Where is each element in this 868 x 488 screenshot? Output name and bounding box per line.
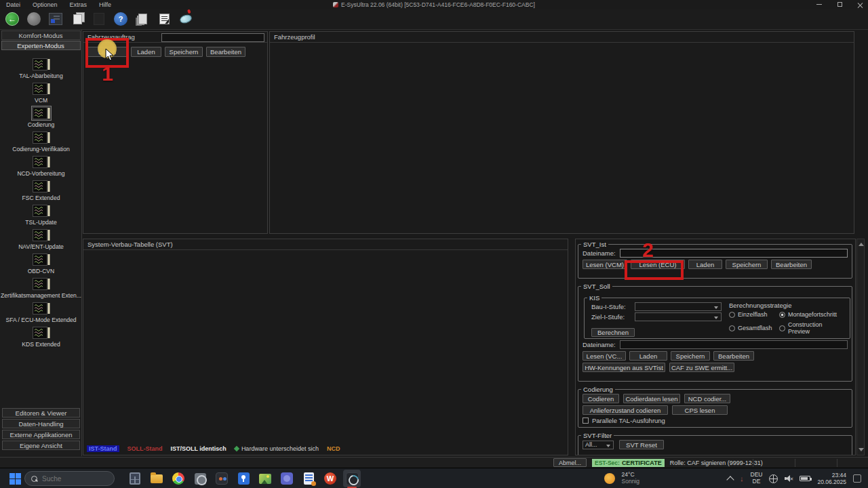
taskbar-chrome-icon[interactable] [170,470,187,487]
start-button[interactable] [9,473,21,485]
reports-icon[interactable] [134,11,151,27]
sidebar-item-zertifikatsmanagement[interactable]: Zertifikatsmanagement Exten... [0,275,82,300]
sidebar-item-tal-abarbeitung[interactable]: TAL-Abarbeitung [0,56,82,80]
cps-lesen-button[interactable]: CPS lesen [672,405,728,415]
fahrzeugauftrag-input[interactable] [161,33,264,42]
sidebar-item-obd-cvn[interactable]: OBD-CVN [0,251,82,275]
module-icon [31,277,52,291]
radio-einzelflash[interactable]: Einzelflash [729,311,779,318]
svt-soll-speichern-button[interactable]: Speichern [671,351,710,361]
svt-ist-dateiname-input[interactable] [620,249,848,258]
taskbar-explorer-icon[interactable] [148,470,165,487]
module-icon [31,301,52,316]
clock[interactable]: 23:44 20.06.2025 [817,472,846,485]
ziel-i-stufe-dropdown[interactable] [635,312,722,321]
sidebar-item-tsl-update[interactable]: TSL-Update [0,202,82,226]
svt-filter-dropdown[interactable]: All... [583,441,614,449]
radio-montagefortschritt[interactable]: Montagefortschritt [779,311,846,318]
menu-hilfe[interactable]: Hilfe [93,0,117,9]
bau-i-stufe-dropdown[interactable] [635,302,722,311]
taskbar-teams-icon[interactable] [278,470,296,487]
taskbar-esys-icon-active[interactable] [343,470,361,487]
taskbar-search[interactable] [24,471,115,486]
ncd-codieren-button[interactable]: NCD codier... [684,394,730,403]
svt-ist-title: SVT_Ist [581,241,608,248]
search-icon [31,476,37,482]
sidebar-externe-applikationen-button[interactable]: Externe Applikationen [2,430,80,439]
parallele-tal-checkbox[interactable] [583,418,589,424]
sidebar-item-label: TAL-Abarbeitung [19,73,62,79]
codieren-button[interactable]: Codieren [583,394,619,403]
svt-ist-lesen-vcm-button[interactable]: Lesen (VCM) [583,260,627,269]
sidebar-item-codierung-verifikation[interactable]: Codierung-Verifikation [0,129,82,153]
sidebar-experten-modus-button[interactable]: Experten-Modus [1,41,81,50]
svt-soll-laden-button[interactable]: Laden [629,351,667,361]
anlieferzustand-codieren-button[interactable]: Anlieferzustand codieren [583,405,668,415]
sidebar-item-nav-ent-update[interactable]: NAV/ENT-Update [0,226,82,251]
scroll-down-icon[interactable] [859,448,864,453]
weather-sun-icon[interactable] [604,473,615,484]
notification-icon[interactable] [853,474,861,483]
scroll-up-icon[interactable] [859,241,864,246]
sidebar-item-codierung[interactable]: Codierung [0,104,82,129]
sidebar-daten-handling-button[interactable]: Daten-Handling [2,419,80,428]
sidebar-item-vcm[interactable]: VCM [0,80,82,104]
download-icon[interactable]: ↓ [740,474,744,483]
menu-extras[interactable]: Extras [64,0,94,9]
search-input[interactable] [42,475,103,483]
module-icon [31,252,52,267]
codierdaten-lesen-button[interactable]: Codierdaten lesen [623,394,680,403]
taskbar-photos-icon[interactable] [256,470,274,487]
sidebar-editoren-viewer-button[interactable]: Editoren & Viewer [2,408,80,418]
back-icon[interactable]: ← [4,11,20,27]
taskbar-winrar-icon[interactable]: W [321,470,339,487]
caf-zu-swe-button[interactable]: CAF zu SWE ermitt... [669,363,734,372]
sidebar-item-sfa-ecu-mode[interactable]: SFA / ECU-Mode Extended [0,300,82,324]
copy-icon[interactable] [69,11,85,27]
fa-laden-button[interactable]: Laden [131,47,161,57]
svt-soll-lesen-vcm-button[interactable]: Lesen (VC... [583,351,626,361]
stop-icon[interactable] [26,11,42,27]
close-button[interactable] [854,1,865,8]
editor-icon[interactable] [156,11,172,27]
volume-muted-icon[interactable]: ✕ [785,475,793,482]
svt-ist-laden-button[interactable]: Laden [688,260,722,269]
radio-gesamtflash[interactable]: Gesamtflash [729,321,779,335]
sidebar-item-fsc-extended[interactable]: FSC Extended [0,178,82,202]
language-switcher[interactable]: DEU DE [751,472,763,485]
menu-datei[interactable]: Datei [0,0,26,9]
sidebar-komfort-modus-button[interactable]: Komfort-Modus [1,30,81,40]
minimize-button[interactable] [814,1,825,8]
sidebar-item-kds-extended[interactable]: KDS Extended [0,324,82,348]
svt-reset-button[interactable]: SVT Reset [619,440,664,449]
berechnen-button[interactable]: Berechnen [591,328,635,337]
hotplug-mouse-icon[interactable] [178,11,194,27]
taskbar-resolve-icon[interactable] [213,470,231,487]
weather-widget[interactable]: 24°C Sonnig [622,472,639,485]
taskbar-calculator-icon[interactable] [126,470,144,487]
sidebar-item-label: NCD-Vorbereitung [17,170,64,177]
network-icon[interactable] [769,474,778,483]
hw-kennungen-button[interactable]: HW-Kennungen aus SVTist [583,363,665,372]
battery-icon[interactable] [800,476,810,481]
taskbar-tool-icon[interactable] [191,470,209,487]
svt-soll-group: SVT_Soll KIS Bau-I-Stufe: Ziel-I-Stufe: … [578,283,852,382]
abmelden-button[interactable]: Abmel... [553,458,587,467]
radio-construction-preview[interactable]: Construction Preview [779,321,846,335]
svt-soll-bearbeiten-button[interactable]: Bearbeiten [713,351,754,361]
svt-ist-bearbeiten-button[interactable]: Bearbeiten [771,260,812,269]
svt-ist-speichern-button[interactable]: Speichern [726,260,768,269]
fa-bearbeiten-button[interactable]: Bearbeiten [206,47,245,57]
menu-optionen[interactable]: Optionen [26,0,64,9]
vertical-scrollbar[interactable] [856,239,865,455]
maximize-button[interactable] [834,1,845,8]
sidebar-eigene-ansicht-button[interactable]: Eigene Ansicht [2,441,80,450]
help-icon[interactable]: ? [113,11,129,27]
svt-soll-dateiname-input[interactable] [620,340,848,349]
taskbar-password-manager-icon[interactable] [235,470,252,487]
tray-expand-icon[interactable] [726,476,734,483]
sidebar-item-ncd-vorbereitung[interactable]: NCD-Vorbereitung [0,153,82,178]
taskbar-document-icon[interactable] [300,470,317,487]
fa-speichern-button[interactable]: Speichern [165,47,203,57]
connection-icon[interactable] [47,11,64,27]
